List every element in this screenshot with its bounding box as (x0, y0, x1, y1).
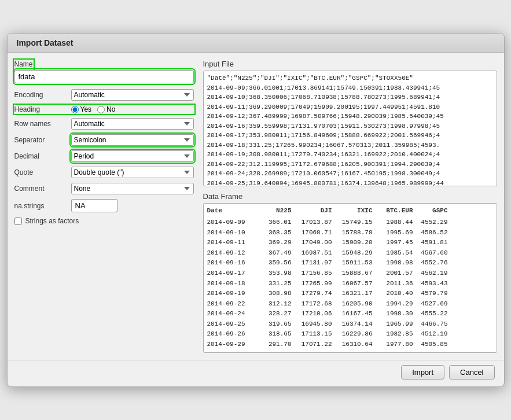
input-file-section: Input File "Date";"N225";"DJI";"IXIC";"B… (203, 60, 497, 186)
dialog-footer: Import Cancel (8, 360, 504, 386)
table-row: 2014-09-22312.1217172.6816205.901994.294… (207, 299, 493, 310)
heading-radio-group: Yes No (71, 105, 116, 113)
decimal-row: Decimal Period Comma (14, 150, 194, 162)
heading-yes-label[interactable]: Yes (71, 105, 92, 113)
heading-yes-text: Yes (80, 105, 92, 113)
table-row: 2014-09-18331.2517265.9916067.572011.364… (207, 279, 493, 289)
data-frame-section: Data Frame Date N225 DJI IXIC BTC.EUR GS… (203, 192, 497, 352)
table-row: 2014-09-29291.7017071.2216310.641977.804… (207, 340, 493, 350)
col-date: Date (207, 206, 259, 216)
decimal-select[interactable]: Period Comma (71, 150, 194, 162)
strings-as-factors-row: Strings as factors (14, 217, 194, 225)
table-row: 2014-09-25319.6516945.8016374.141965.994… (207, 319, 493, 330)
data-frame-header: Date N225 DJI IXIC BTC.EUR GSPC (207, 206, 493, 216)
table-row: 2014-09-10368.3517068.7115788.781995.694… (207, 228, 493, 238)
input-file-content: "Date";"N225";"DJI";"IXIC";"BTC.EUR";"GS… (203, 71, 497, 186)
input-line-10: 2014-09-22;312.119995;17172.679688;16205… (207, 160, 493, 170)
separator-select[interactable]: Whitespace Comma Semicolon Tab Other (71, 134, 194, 146)
input-line-9: 2014-09-19;308.980011;17279.740234;16321… (207, 150, 493, 160)
left-panel: Name Encoding Automatic UTF-8 Latin1 Hea… (14, 60, 194, 352)
table-row: 2014-09-11369.2917049.0015909.201997.454… (207, 238, 493, 248)
encoding-label: Encoding (14, 91, 67, 99)
na-strings-label: na.strings (14, 202, 67, 210)
col-n225: N225 (259, 206, 294, 216)
heading-yes-radio[interactable] (71, 106, 79, 113)
input-line-3: 2014-09-10;368.350006;17068.710938;15788… (207, 93, 493, 102)
name-label: Name (14, 60, 33, 68)
input-line-2: 2014-09-09;366.01001;17013.869141;15749.… (207, 83, 493, 93)
input-line-4: 2014-09-11;369.290009;17049;15909.200195… (207, 102, 493, 112)
heading-label: Heading (14, 105, 67, 113)
na-strings-row: na.strings (14, 199, 194, 212)
input-line-7: 2014-09-17;353.980011;17156.849609;15888… (207, 131, 493, 141)
import-button[interactable]: Import (401, 365, 444, 380)
input-line-6: 2014-09-16;359.559998;17131.970703;15911… (207, 121, 493, 131)
name-field-group: Name (14, 60, 194, 83)
quote-row: Quote Double quote (") Single quote (') … (14, 167, 194, 178)
strings-as-factors-checkbox[interactable] (14, 218, 22, 225)
right-panel: Input File "Date";"N225";"DJI";"IXIC";"B… (203, 60, 497, 352)
heading-row: Heading Yes No (14, 105, 194, 113)
col-ixic: IXIC (334, 206, 375, 216)
heading-no-radio[interactable] (97, 106, 105, 113)
decimal-label: Decimal (14, 152, 67, 160)
input-line-5: 2014-09-12;367.489999;16987.509766;15948… (207, 112, 493, 121)
input-line-11: 2014-09-24;328.269989;17210.060547;16167… (207, 169, 493, 179)
table-row: 2014-09-16359.5617131.9715911.531998.984… (207, 258, 493, 268)
cancel-button[interactable]: Cancel (449, 365, 494, 380)
input-line-1: "Date";"N225";"DJI";"IXIC";"BTC.EUR";"GS… (207, 73, 493, 83)
import-dataset-dialog: Import Dataset Name Encoding Automatic U… (7, 33, 505, 386)
data-frame-content: Date N225 DJI IXIC BTC.EUR GSPC 2014-09-… (203, 203, 497, 352)
encoding-row: Encoding Automatic UTF-8 Latin1 (14, 89, 194, 101)
col-dji: DJI (294, 206, 334, 216)
table-row: 2014-09-09366.0117013.8715749.151988.444… (207, 218, 493, 228)
comment-select[interactable]: None # % (71, 183, 194, 194)
table-row: 2014-09-19308.9817279.7416321.172010.404… (207, 289, 493, 299)
input-file-title: Input File (203, 60, 497, 68)
table-row: 2014-09-24328.2717210.0616167.451998.304… (207, 309, 493, 319)
name-input[interactable] (14, 70, 194, 83)
table-row: 2014-09-12367.4916987.5115948.291985.544… (207, 248, 493, 259)
quote-select[interactable]: Double quote (") Single quote (') None (71, 167, 194, 178)
heading-no-label[interactable]: No (97, 105, 115, 113)
encoding-select[interactable]: Automatic UTF-8 Latin1 (71, 89, 194, 101)
col-btceur: BTC.EUR (375, 206, 416, 216)
separator-label: Separator (14, 136, 67, 144)
input-line-8: 2014-09-18;331.25;17265.990234;16067.570… (207, 141, 493, 150)
heading-no-text: No (106, 105, 115, 113)
quote-label: Quote (14, 168, 67, 176)
comment-row: Comment None # % (14, 183, 194, 194)
table-row: 2014-09-26318.6517113.1516229.861982.854… (207, 329, 493, 340)
separator-row: Separator Whitespace Comma Semicolon Tab… (14, 134, 194, 146)
row-names-label: Row names (14, 120, 67, 128)
table-row: 2014-09-17353.9817156.8515888.672001.574… (207, 268, 493, 279)
col-gspc: GSPC (416, 206, 450, 216)
comment-label: Comment (14, 185, 67, 193)
input-line-12: 2014-09-25;319.640094;16945.800781;16374… (207, 179, 493, 187)
dialog-title: Import Dataset (8, 34, 504, 53)
data-frame-title: Data Frame (203, 192, 497, 201)
strings-as-factors-label: Strings as factors (25, 217, 79, 225)
row-names-row: Row names Automatic Use first column Use… (14, 118, 194, 130)
row-names-select[interactable]: Automatic Use first column Use row numbe… (71, 118, 194, 130)
na-strings-input[interactable] (71, 199, 117, 212)
